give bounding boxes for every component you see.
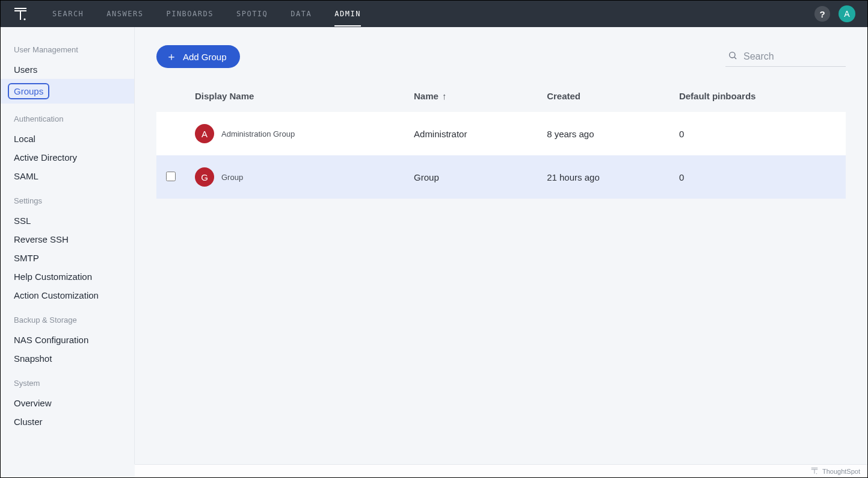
sidebar-item-smtp[interactable]: SMTP [1,249,134,267]
nav-item-data[interactable]: DATA [291,1,312,26]
group-avatar: A [195,124,214,143]
cell-default-pinboards: 0 [669,155,846,199]
cell-default-pinboards: 0 [669,112,846,155]
sidebar-section-title: Backup & Storage [1,315,134,331]
sidebar-section-title: Authentication [1,114,134,129]
cell-created: 8 years ago [537,112,669,155]
sidebar-item-groups[interactable]: Groups [1,79,134,104]
nav-item-pinboards[interactable]: PINBOARDS [166,1,214,26]
col-display-name[interactable]: Display Name [185,84,404,112]
display-name-text: Administration Group [221,129,295,138]
groups-table: Display NameName↑CreatedDefault pinboard… [156,84,846,199]
sidebar-section-title: Settings [1,196,134,211]
svg-line-5 [734,57,736,59]
sidebar-item-users[interactable]: Users [1,60,134,79]
col-name[interactable]: Name↑ [404,84,537,112]
display-name-text: Group [221,173,243,182]
svg-point-3 [23,18,25,20]
cell-name: Group [404,155,537,199]
cell-display-name: GGroup [185,155,404,199]
sidebar-item-local[interactable]: Local [1,129,134,148]
plus-icon: ＋ [166,51,177,62]
sidebar-item-active-directory[interactable]: Active Directory [1,148,134,167]
cell-display-name: AAdministration Group [185,112,404,155]
nav-item-answers[interactable]: ANSWERS [106,1,143,26]
footer: ThoughtSpot [135,464,867,477]
cell-created: 21 hours ago [537,155,669,199]
sidebar-item-reverse-ssh[interactable]: Reverse SSH [1,230,134,249]
main-content: ＋ Add Group Display NameName↑CreatedDefa… [135,27,867,464]
table-row[interactable]: AAdministration GroupAdministrator8 year… [156,112,846,155]
nav-item-admin[interactable]: ADMIN [334,1,361,26]
search-box[interactable] [725,47,846,67]
nav-item-spotiq[interactable]: SPOTIQ [236,1,268,26]
footer-brand: ThoughtSpot [822,468,860,475]
sidebar-item-ssl[interactable]: SSL [1,211,134,230]
primary-nav: SEARCHANSWERSPINBOARDSSPOTIQDATAADMIN [52,1,361,26]
sidebar-section-title: User Management [1,45,134,60]
sidebar-item-overview[interactable]: Overview [1,394,134,412]
brand-mark-icon [810,467,819,476]
cell-name: Administrator [404,112,537,155]
svg-point-4 [730,52,735,57]
brand-logo-icon[interactable] [13,6,28,22]
sidebar-item-saml[interactable]: SAML [1,167,134,185]
sidebar-section-title: System [1,379,134,394]
sidebar-item-action-customization[interactable]: Action Customization [1,286,134,305]
row-checkbox[interactable] [166,172,176,181]
col-created[interactable]: Created [537,84,669,112]
topbar: SEARCHANSWERSPINBOARDSSPOTIQDATAADMIN ? … [1,1,867,27]
sidebar-item-nas-configuration[interactable]: NAS Configuration [1,331,134,349]
admin-sidebar: User ManagementUsersGroupsAuthentication… [1,27,135,464]
add-group-label: Add Group [183,52,227,62]
add-group-button[interactable]: ＋ Add Group [156,45,240,68]
search-icon [728,51,737,63]
search-input[interactable] [743,51,843,62]
sidebar-item-snapshot[interactable]: Snapshot [1,349,134,368]
col-checkbox [156,84,185,112]
sidebar-item-help-customization[interactable]: Help Customization [1,267,134,286]
svg-point-9 [816,473,817,474]
group-avatar: G [195,167,214,187]
row-checkbox-cell [156,155,185,199]
row-checkbox-cell [156,112,185,155]
sort-arrow-icon: ↑ [442,91,447,101]
help-button[interactable]: ? [814,6,830,22]
sidebar-item-cluster[interactable]: Cluster [1,412,134,431]
page-toolbar: ＋ Add Group [156,45,846,68]
user-avatar[interactable]: A [839,5,855,22]
table-row[interactable]: GGroupGroup21 hours ago0 [156,155,846,199]
col-default-pinboards[interactable]: Default pinboards [669,84,846,112]
nav-item-search[interactable]: SEARCH [52,1,84,26]
